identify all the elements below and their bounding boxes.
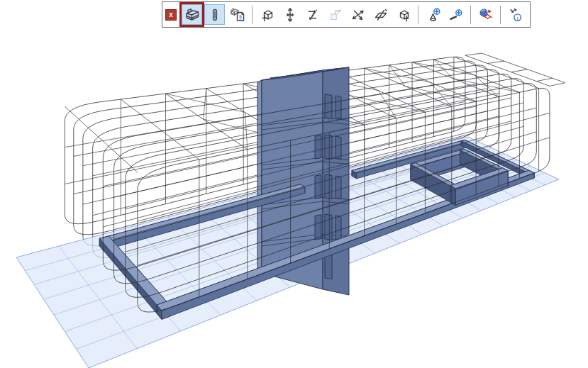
cube-pin-right-icon [395, 6, 412, 23]
stretch-element-button[interactable] [302, 4, 323, 25]
svg-text:i: i [516, 13, 518, 21]
svg-text:§: § [238, 13, 242, 21]
floating-toolbar: x § i [162, 1, 531, 28]
element-info-button[interactable]: i [505, 4, 526, 25]
filter-settings-button[interactable]: § [227, 4, 248, 25]
tilt-element-button[interactable] [370, 4, 391, 25]
add-cone-button[interactable] [423, 4, 443, 25]
tilt-icon [372, 6, 389, 23]
drag-copy-button[interactable] [393, 4, 414, 25]
vertical-element-button[interactable] [204, 4, 225, 25]
toolbar-separator [500, 6, 501, 24]
cone-add-icon [425, 6, 442, 23]
stretch-gray-icon [327, 6, 344, 23]
stretch-icon [304, 6, 321, 23]
cross-arrows-icon [350, 6, 367, 23]
pill-icon [206, 6, 223, 23]
drag-element-button[interactable] [257, 4, 277, 25]
info-arrows-icon: i [507, 6, 524, 23]
cutaway-icon [477, 6, 494, 23]
bench-icon [184, 6, 201, 23]
filter-elements-button[interactable] [182, 4, 202, 25]
elevate-icon [282, 6, 299, 23]
cube-pin-left-icon [259, 6, 276, 23]
toolbar-separator [418, 6, 418, 24]
toolbar-separator [470, 6, 471, 24]
bench-doc-icon: § [229, 6, 246, 23]
toolbar-separator [252, 6, 253, 24]
free-move-button[interactable] [348, 4, 368, 25]
cutaway-settings-button[interactable] [475, 4, 496, 25]
line-add-icon [448, 6, 465, 23]
model-viewport[interactable] [0, 0, 588, 368]
add-line-button[interactable] [445, 4, 466, 25]
stretch-disabled-button[interactable] [325, 4, 345, 25]
toolbar-close-button[interactable]: x [165, 9, 177, 21]
elevate-element-button[interactable] [279, 4, 300, 25]
